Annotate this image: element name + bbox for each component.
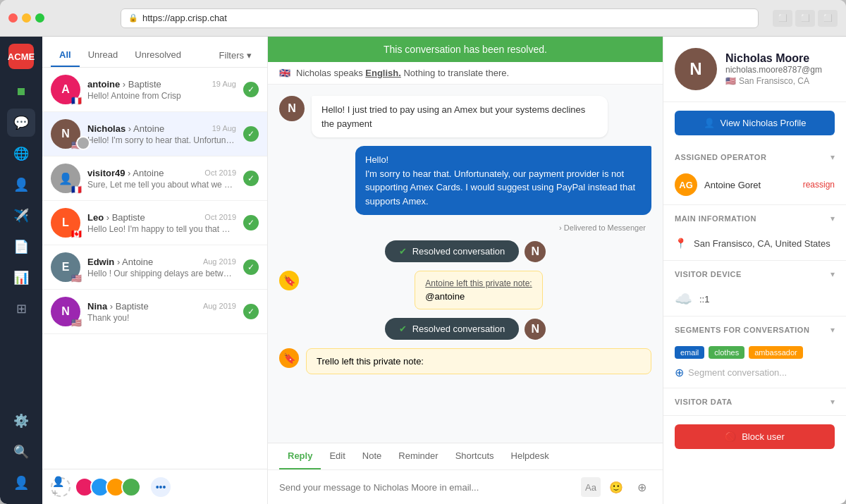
block-user-button[interactable]: 🚫 Block user [675, 424, 835, 449]
agent-avatar [121, 477, 141, 497]
sidebar-item-status[interactable] [7, 78, 35, 106]
visitor-data-header[interactable]: VISITOR DATA ▾ [663, 388, 846, 415]
sidebar-item-user[interactable]: 👤 [7, 171, 35, 199]
block-icon: 🚫 [725, 431, 736, 442]
segment-placeholder[interactable]: Segment conversation... [688, 367, 787, 378]
chevron-right-icon: › [559, 223, 562, 232]
nav-share[interactable]: ⬜ [795, 10, 815, 27]
tab-helpdesk[interactable]: Helpdesk [503, 443, 558, 469]
conversation-item[interactable]: A 🇫🇷 antoine › Baptiste 19 Aug Hello! An… [42, 68, 267, 112]
more-agents-button[interactable]: ••• [151, 477, 171, 497]
chevron-down-icon: ▾ [830, 325, 835, 335]
tab-edit[interactable]: Edit [321, 443, 353, 469]
note-icon: 🔖 [279, 271, 299, 290]
url-text: https://app.crisp.chat [142, 13, 227, 23]
device-content: ☁️ ::1 [663, 288, 846, 316]
chat-area: This conversation has been resolved. 🇬🇧 … [268, 37, 663, 504]
location-row: 📍 San Fransisco, CA, United States [675, 235, 835, 252]
view-profile-button[interactable]: 👤 View Nicholas Profile [675, 111, 835, 135]
input-actions: Aa 🙂 ⊕ [581, 477, 651, 497]
conversation-preview: Hello Leo! I'm happy to tell you that Ac… [87, 224, 236, 234]
main-info-section: MAIN INFORMATION ▾ 📍 San Fransisco, CA, … [663, 205, 846, 261]
sidebar-item-globe[interactable]: 🌐 [7, 140, 35, 168]
conversation-list: All Unread Unresolved Filters ▾ A 🇫🇷 [42, 37, 268, 504]
message-bubble: Hello! I just tried to pay using an Amex… [312, 96, 608, 137]
sidebar-item-settings[interactable]: ⚙️ [7, 407, 35, 435]
conversation-item[interactable]: E 🇺🇸 Edwin › Antoine Aug 2019 Hello ! Ou… [42, 245, 267, 290]
main-info-content: 📍 San Fransisco, CA, United States [663, 232, 846, 260]
font-size-button[interactable]: Aa [581, 477, 601, 497]
conversation-item[interactable]: N 🇺🇸 Nicholas › Antoine 19 Aug Hello! I'… [42, 112, 267, 156]
tab-note[interactable]: Note [354, 443, 390, 469]
input-row: Aa 🙂 ⊕ [268, 470, 663, 504]
tab-reply[interactable]: Reply [279, 443, 321, 469]
cloud-icon: ☁️ [675, 290, 692, 307]
conversation-item[interactable]: N 🇺🇸 Nina › Baptiste Aug 2019 Thank you!… [42, 290, 267, 334]
tab-unresolved[interactable]: Unresolved [126, 44, 190, 67]
conversation-preview: Hello! Antoine from Crisp [87, 91, 236, 101]
conversation-status: ✓ [243, 171, 259, 186]
tag-ambassador[interactable]: ambassador [749, 346, 803, 359]
add-user-button[interactable]: 👤+ [51, 477, 70, 497]
close-button[interactable] [8, 13, 18, 23]
sidebar-item-paper-plane[interactable]: ✈️ [7, 202, 35, 230]
sidebar-item-grid[interactable]: ⊞ [7, 295, 35, 323]
sidebar-item-search[interactable]: 🔍 [7, 438, 35, 466]
resolved-icon: ✓ [243, 82, 259, 97]
sidebar-item-profile[interactable]: 👤 [7, 469, 35, 497]
conversation-preview: Hello ! Our shipping delays are between … [87, 269, 236, 278]
operator-row: AG Antoine Goret reassign [675, 173, 835, 196]
flag-us-icon: 🇺🇸 [725, 76, 736, 86]
main-info-header[interactable]: MAIN INFORMATION ▾ [663, 205, 846, 232]
sidebar-item-chat[interactable]: 💬 [7, 109, 35, 137]
partial-note: Trello left this private note: [306, 348, 651, 374]
maximize-button[interactable] [35, 13, 44, 23]
segments-content: email clothes ambassador ⊕ Segment conve… [663, 343, 846, 388]
nav-back[interactable]: ⬜ [773, 10, 792, 27]
tab-reminder[interactable]: Reminder [390, 443, 446, 469]
app-window: 🔒 https://app.crisp.chat ⬜ ⬜ ⬜ ACME 💬 🌐 … [0, 0, 846, 504]
tag-email[interactable]: email [675, 346, 704, 359]
location-text: San Fransisco, CA, United States [694, 238, 830, 249]
note-icon: 🔖 [279, 348, 299, 368]
tag-clothes[interactable]: clothes [709, 346, 744, 359]
chat-messages: N Hello! I just tried to pay using an Am… [268, 85, 663, 443]
message-input[interactable] [279, 482, 574, 493]
conversation-item[interactable]: L 🇨🇦 Leo › Baptiste Oct 2019 Hello Leo! … [42, 201, 267, 245]
conversation-header: antoine › Baptiste 19 Aug [87, 79, 236, 90]
segments-title: SEGMENTS FOR CONVERSATION [675, 326, 809, 334]
visitor-data-title: VISITOR DATA [675, 398, 732, 406]
resolved-conversation-badge: ✔ Resolved conversation [385, 240, 520, 262]
conversation-content: visitor49 › Antoine Oct 2019 Sure, Let m… [87, 168, 236, 190]
tab-all[interactable]: All [51, 44, 80, 67]
nav-tab[interactable]: ⬜ [818, 10, 838, 27]
conversation-item[interactable]: 👤 🇫🇷 visitor49 › Antoine Oct 2019 Sure, … [42, 156, 267, 201]
conversation-content: Nina › Baptiste Aug 2019 Thank you! [87, 301, 236, 323]
operator-section-header[interactable]: ASSIGNED OPERATOR ▾ [663, 144, 846, 171]
assigned-operator-section: ASSIGNED OPERATOR ▾ AG Antoine Goret rea… [663, 144, 846, 205]
sidebar-item-chart[interactable]: 📊 [7, 264, 35, 292]
address-bar[interactable]: 🔒 https://app.crisp.chat [121, 8, 759, 28]
reassign-link[interactable]: reassign [803, 180, 835, 190]
note-header: Antoine left this private note: [425, 278, 532, 288]
tab-unread[interactable]: Unread [80, 44, 127, 67]
conversation-content: antoine › Baptiste 19 Aug Hello! Antoine… [87, 79, 236, 101]
filter-dropdown[interactable]: Filters ▾ [212, 44, 259, 66]
attachment-button[interactable]: ⊕ [632, 477, 651, 497]
conversation-status: ✓ [243, 126, 259, 142]
segments-header[interactable]: SEGMENTS FOR CONVERSATION ▾ [663, 316, 846, 343]
person-icon: 👤 [704, 118, 715, 128]
conversation-preview: Hello! I'm sorry to hear that. Unfortuna… [87, 135, 236, 145]
right-panel: N Nicholas Moore nicholas.moore8787@gm 🇺… [663, 37, 846, 504]
emoji-button[interactable]: 🙂 [606, 477, 626, 497]
sidebar-item-document[interactable]: 📄 [7, 233, 35, 261]
note-text: Trello left this private note: [317, 356, 641, 367]
conversation-header: Leo › Baptiste Oct 2019 [87, 212, 236, 223]
conversation-items: A 🇫🇷 antoine › Baptiste 19 Aug Hello! An… [42, 68, 267, 469]
message-row: Hello!I'm sorry to hear that. Unfortunat… [279, 146, 651, 215]
flag-icon: 🇫🇷 [71, 96, 82, 106]
minimize-button[interactable] [22, 13, 31, 23]
conversation-preview: Sure, Let me tell you about what we offe… [87, 180, 236, 190]
tab-shortcuts[interactable]: Shortcuts [447, 443, 503, 469]
device-section-header[interactable]: VISITOR DEVICE ▾ [663, 261, 846, 288]
